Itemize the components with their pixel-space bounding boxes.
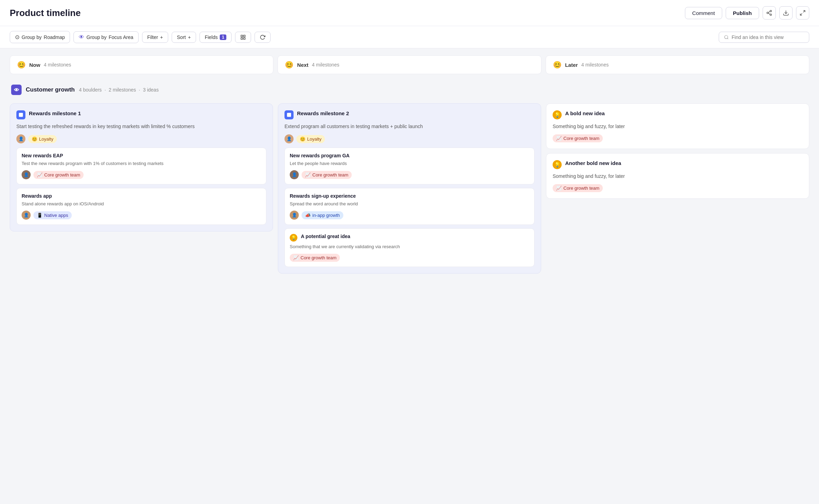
another-bold-idea-card[interactable]: 💡 Another bold new idea Something big an… bbox=[546, 153, 809, 199]
svg-line-13 bbox=[727, 38, 728, 39]
svg-line-3 bbox=[768, 13, 770, 14]
avatar-m2: 👤 bbox=[284, 134, 294, 143]
bold-idea-footer: 📈 Core growth team bbox=[553, 134, 803, 142]
new-rewards-eap-card[interactable]: New rewards EAP Test the new rewards pro… bbox=[16, 148, 266, 184]
eap-title: New rewards EAP bbox=[22, 153, 261, 158]
another-bold-footer: 📈 Core growth team bbox=[553, 184, 803, 192]
now-column: Rewards milestone 1 Start testing the re… bbox=[10, 103, 273, 274]
group-focus-prefix: Group by bbox=[86, 34, 107, 40]
loyalty-label-2: Loyalty bbox=[307, 136, 321, 142]
now-emoji: 😊 bbox=[17, 61, 26, 69]
fullscreen-icon[interactable] bbox=[796, 6, 809, 19]
later-count: 4 milestones bbox=[581, 62, 609, 68]
core-growth-tag-ga: 📈 Core growth team bbox=[302, 171, 352, 179]
focus-milestones: 2 milestones bbox=[109, 87, 136, 93]
search-input[interactable] bbox=[732, 34, 801, 40]
layout-button[interactable] bbox=[235, 32, 251, 43]
pgidea-title: A potential great idea bbox=[301, 234, 350, 239]
group-by-roadmap-button[interactable]: ⊙ Group by Roadmap bbox=[10, 31, 70, 43]
potential-great-idea-card[interactable]: 💡 A potential great idea Something that … bbox=[284, 228, 535, 267]
rewards-milestone-1-card[interactable]: Rewards milestone 1 Start testing the re… bbox=[10, 103, 273, 231]
avatar-signup: 👤 bbox=[290, 211, 299, 220]
next-label: Next bbox=[297, 62, 309, 68]
sort-button[interactable]: Sort + bbox=[172, 32, 196, 43]
fields-button[interactable]: Fields 1 bbox=[200, 32, 232, 43]
svg-line-6 bbox=[803, 10, 805, 12]
app-footer: 👤 📱 Native apps bbox=[22, 211, 261, 220]
new-rewards-ga-card[interactable]: New rewards program GA Let the people ha… bbox=[284, 148, 535, 184]
fields-label: Fields bbox=[205, 34, 218, 40]
rewards-signup-card[interactable]: Rewards sign-up experience Spread the wo… bbox=[284, 188, 535, 225]
inapp-icon: 📣 bbox=[305, 213, 311, 218]
bold-idea-header: 💡 A bold new idea bbox=[553, 110, 803, 119]
focus-area-icon: 👁 bbox=[11, 85, 22, 95]
core-growth-tag-pgidea: 📈 Core growth team bbox=[290, 254, 340, 262]
app-title: Rewards app bbox=[22, 193, 261, 199]
next-sub-cards: New rewards program GA Let the people ha… bbox=[284, 148, 535, 267]
group-roadmap-label: Roadmap bbox=[44, 34, 65, 40]
bold-idea-title: A bold new idea bbox=[565, 110, 605, 117]
another-bold-header: 💡 Another bold new idea bbox=[553, 160, 803, 169]
app-header: Product timeline Comment Publish bbox=[0, 0, 819, 26]
filter-label: Filter bbox=[147, 34, 158, 40]
milestone-2-desc: Extend program all customers in testing … bbox=[284, 123, 535, 130]
bold-idea-type-icon: 💡 bbox=[553, 110, 562, 119]
share-icon[interactable] bbox=[763, 6, 776, 19]
svg-rect-8 bbox=[241, 35, 243, 37]
focus-area-icon: 👁 bbox=[79, 34, 84, 40]
sort-label: Sort bbox=[177, 34, 186, 40]
core-growth-label-ga: Core growth team bbox=[312, 172, 348, 178]
idea-type-icon: 💡 bbox=[290, 234, 297, 242]
core-growth-tag-another: 📈 Core growth team bbox=[553, 184, 603, 192]
avatar-eap: 👤 bbox=[22, 170, 31, 179]
download-icon[interactable] bbox=[779, 6, 793, 19]
pgidea-header: 💡 A potential great idea bbox=[290, 234, 529, 242]
eap-footer: 👤 📈 Core growth team bbox=[22, 170, 261, 179]
next-emoji: 😊 bbox=[285, 61, 294, 69]
svg-rect-9 bbox=[243, 35, 245, 37]
growth-icon-another: 📈 bbox=[556, 186, 562, 191]
milestone-1-desc: Start testing the refreshed rewards in k… bbox=[16, 123, 266, 130]
rewards-milestone-2-card[interactable]: Rewards milestone 2 Extend program all c… bbox=[278, 103, 541, 274]
loyalty-emoji-2: 😊 bbox=[300, 136, 305, 142]
next-count: 4 milestones bbox=[312, 62, 340, 68]
core-growth-tag-1: 📈 Core growth team bbox=[33, 171, 84, 179]
avatar-1: 👤 bbox=[16, 134, 25, 143]
refresh-button[interactable] bbox=[255, 32, 271, 43]
rewards-app-card[interactable]: Rewards app Stand alone rewards app on i… bbox=[16, 188, 266, 225]
ga-footer: 👤 📈 Core growth team bbox=[290, 170, 529, 179]
core-growth-label-pgidea: Core growth team bbox=[301, 255, 336, 260]
native-icon: 📱 bbox=[37, 213, 42, 218]
milestone-1-title: Rewards milestone 1 bbox=[29, 110, 81, 117]
publish-button[interactable]: Publish bbox=[726, 7, 759, 19]
core-growth-label-bold: Core growth team bbox=[563, 136, 599, 141]
milestone-2-type-icon bbox=[284, 110, 294, 119]
svg-rect-11 bbox=[243, 38, 245, 39]
another-bold-type-icon: 💡 bbox=[553, 160, 562, 169]
search-box[interactable] bbox=[719, 32, 809, 43]
milestone-2-title: Rewards milestone 2 bbox=[297, 110, 349, 117]
comment-button[interactable]: Comment bbox=[685, 7, 722, 19]
signup-desc: Spread the word around the world bbox=[290, 201, 529, 207]
core-growth-tag-bold: 📈 Core growth team bbox=[553, 134, 603, 142]
later-column: 💡 A bold new idea Something big and fuzz… bbox=[546, 103, 809, 274]
later-emoji: 😊 bbox=[553, 61, 562, 69]
native-apps-tag: 📱 Native apps bbox=[33, 211, 72, 219]
page-title: Product timeline bbox=[10, 8, 81, 18]
ga-title: New rewards program GA bbox=[290, 153, 529, 158]
roadmap-later-header: 😊 Later 4 milestones bbox=[546, 55, 809, 74]
native-label: Native apps bbox=[44, 213, 68, 218]
bold-new-idea-card[interactable]: 💡 A bold new idea Something big and fuzz… bbox=[546, 103, 809, 149]
loyalty-tag: 😊 Loyalty bbox=[28, 135, 57, 143]
group-roadmap-prefix: Group by bbox=[22, 34, 42, 40]
pgidea-footer: 📈 Core growth team bbox=[290, 254, 529, 262]
filter-button[interactable]: Filter + bbox=[142, 32, 168, 43]
another-bold-title: Another bold new idea bbox=[565, 160, 621, 167]
next-column: Rewards milestone 2 Extend program all c… bbox=[278, 103, 541, 274]
group-by-focus-area-button[interactable]: 👁 Group by Focus Area bbox=[73, 31, 138, 43]
inapp-growth-tag: 📣 in-app growth bbox=[302, 211, 343, 219]
growth-icon-bold: 📈 bbox=[556, 136, 562, 141]
svg-rect-10 bbox=[241, 38, 243, 39]
ga-desc: Let the people have rewards bbox=[290, 160, 529, 167]
focus-ideas: 3 ideas bbox=[143, 87, 159, 93]
